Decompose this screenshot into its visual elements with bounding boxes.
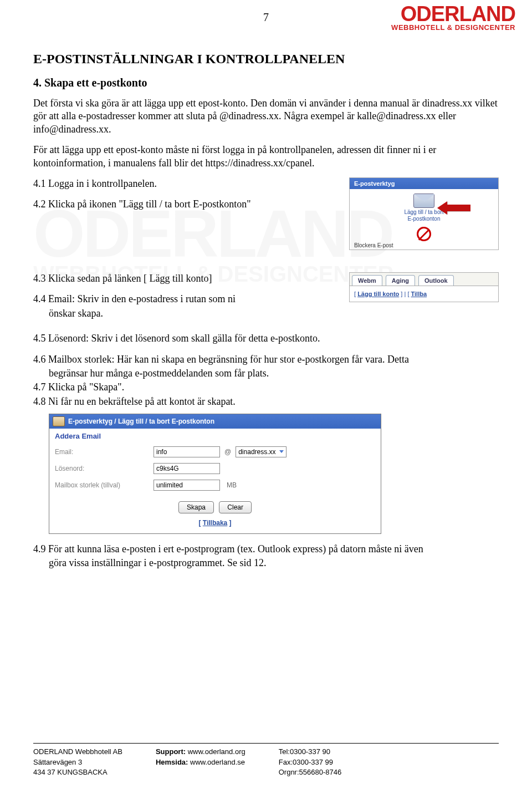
brand-logo: ODERLAND WEBBHOTELL & DESIGNCENTER [391, 4, 515, 32]
back-link[interactable]: Tillbaka [203, 519, 227, 527]
form-titlebar: E-postverktyg / Lägg till / ta bort E-po… [49, 414, 381, 429]
red-arrow-icon [437, 201, 470, 215]
label-password: Lösenord: [55, 465, 149, 472]
footer-support-url: www.oderland.org [188, 747, 245, 756]
footer-tel: Tel:0300-337 90 [279, 747, 341, 757]
section-title: E-POSTINSTÄLLNINGAR I KONTROLLPANELEN [33, 52, 499, 67]
footer-company: ODERLAND Webbhotell AB [33, 747, 122, 757]
clear-button[interactable]: Clear [219, 501, 252, 513]
step-4-6b: begränsar hur många e-postmeddelanden so… [33, 367, 499, 380]
domain-select[interactable]: dinadress.xx [236, 446, 286, 457]
panel-titlebar: E-postverktyg [350, 178, 498, 189]
paragraph-intro-2: För att lägga upp ett epost-konto måste … [33, 144, 499, 170]
create-button[interactable]: Skapa [178, 501, 214, 513]
step-4-4b: önskar skapa. [33, 307, 339, 320]
svg-marker-0 [437, 201, 470, 215]
page-footer: ODERLAND Webbhotell AB Sättarevägen 3 43… [33, 743, 499, 777]
add-account-link[interactable]: Lägg till konto [357, 291, 399, 297]
label-mailbox: Mailbox storlek (tillval) [55, 481, 149, 489]
icon-label-line2: E-postkonton [404, 216, 443, 222]
unit-label: MB [227, 481, 237, 489]
back-link-cut[interactable]: Tillba [411, 291, 427, 297]
step-4-9: 4.9 För att kunna läsa e-posten i ert e-… [33, 543, 499, 556]
step-4-7: 4.7 Klicka på "Skapa". [33, 381, 499, 394]
tab-webmail[interactable]: Webm [352, 275, 382, 286]
back-link-row: [ Tillbaka ] [49, 517, 381, 533]
footer-col-links: Support: www.oderland.org Hemsida: www.o… [156, 747, 245, 777]
step-4-9b: göra vissa inställningar i e-postprogram… [33, 557, 499, 569]
footer-orgnr: Orgnr:556680-8746 [279, 767, 341, 777]
step-4-1: 4.1 Logga in i kontrollpanelen. [33, 177, 339, 190]
tab-row: Webm Aging Outlook [350, 273, 498, 286]
email-input[interactable]: info [154, 446, 220, 457]
screenshot-add-email-form: E-postverktyg / Lägg till / ta bort E-po… [49, 414, 381, 534]
cutoff-label: Blockera E-post [350, 242, 498, 250]
screenshot-tabs: Webm Aging Outlook [ Lägg till konto ] |… [349, 272, 499, 302]
tab-outlook[interactable]: Outlook [418, 275, 454, 286]
step-4-3: 4.3 Klicka sedan på länken [ Lägg till k… [33, 272, 339, 285]
form-title: E-postverktyg / Lägg till / ta bort E-po… [68, 418, 214, 425]
envelope-icon [53, 416, 65, 426]
footer-street: Sättarevägen 3 [33, 757, 122, 767]
link-row: [ Lägg till konto ] | [ Tillba [350, 286, 498, 302]
step-4-2: 4.2 Klicka på ikonen "Lägg till / ta bor… [33, 198, 339, 211]
paragraph-intro-1: Det första vi ska göra är att lägga upp … [33, 97, 499, 136]
password-input[interactable]: c9ks4G [154, 463, 220, 474]
at-symbol: @ [224, 448, 231, 456]
panel-title: E-postverktyg [354, 180, 395, 187]
step-4-5: 4.5 Lösenord: Skriv i det lösenord som s… [33, 332, 499, 345]
footer-col-contact: Tel:0300-337 90 Fax:0300-337 99 Orgnr:55… [279, 747, 341, 777]
block-email-icon[interactable] [417, 223, 431, 241]
step-4-4: 4.4 Email: Skriv in den e-postadress i r… [33, 293, 339, 306]
footer-site-url: www.oderland.se [190, 758, 245, 766]
step-4-8: 4.8 Ni får nu en bekräftelse på att kont… [33, 395, 499, 408]
brand-logo-tagline: WEBBHOTELL & DESIGNCENTER [391, 23, 515, 32]
form-subtitle: Addera Email [49, 429, 381, 444]
label-email: Email: [55, 448, 149, 456]
envelope-icon [413, 194, 434, 208]
footer-city: 434 37 KUNGSBACKA [33, 767, 122, 777]
screenshot-epostverktyg: E-postverktyg Lägg till / ta bort E-post… [349, 177, 499, 250]
mailbox-size-input[interactable]: unlimited [154, 480, 220, 491]
tab-aging[interactable]: Aging [386, 275, 415, 286]
brand-logo-name: ODERLAND [391, 4, 515, 23]
step-4-6: 4.6 Mailbox storlek: Här kan ni skapa en… [33, 353, 499, 366]
subsection-title: 4. Skapa ett e-postkonto [33, 77, 499, 89]
footer-col-address: ODERLAND Webbhotell AB Sättarevägen 3 43… [33, 747, 122, 777]
blocked-circle-icon [417, 227, 431, 241]
footer-fax: Fax:0300-337 99 [279, 757, 341, 767]
